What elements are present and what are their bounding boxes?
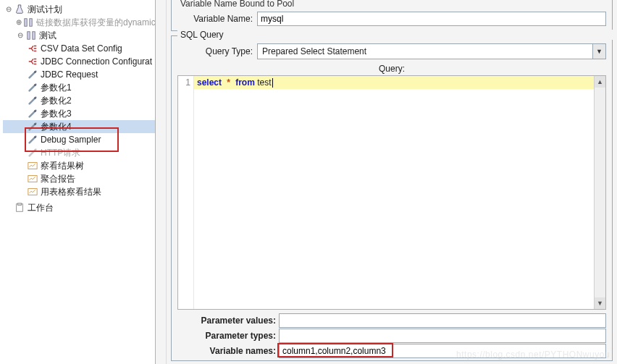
chevron-down-icon[interactable]: ▼ bbox=[592, 44, 605, 59]
svg-rect-13 bbox=[28, 189, 37, 195]
sampler-icon bbox=[28, 69, 38, 80]
tree-wrap: ⊖ 测试计划 ⊕ 链接数据库获得变量的dynamic ⊖ 测试 CSV Data… bbox=[3, 3, 155, 214]
sql-editor[interactable]: 1 select * from test ▲ ▼ bbox=[177, 75, 606, 310]
tree-workbench-label: 工作台 bbox=[28, 201, 54, 214]
tree-item-label: 用表格察看结果 bbox=[41, 185, 101, 198]
svg-point-10 bbox=[34, 149, 36, 151]
sampler-icon bbox=[28, 148, 38, 158]
code-op-star: * bbox=[227, 77, 230, 88]
tree-item-label: HTTP请求 bbox=[41, 146, 80, 159]
tree-item[interactable]: JDBC Connection Configurat bbox=[3, 55, 155, 68]
param-types-label: Parameter types: bbox=[177, 331, 279, 341]
toggle-icon[interactable]: ⊕ bbox=[16, 16, 22, 29]
tree-item[interactable]: ⊖ 测试 bbox=[3, 29, 155, 42]
svg-point-9 bbox=[34, 136, 36, 138]
var-names-input[interactable] bbox=[279, 344, 606, 358]
code-line-1: select * from test bbox=[194, 76, 594, 89]
svg-point-7 bbox=[34, 110, 36, 112]
tree-item[interactable]: ⊕ 链接数据库获得变量的dynamic bbox=[3, 16, 155, 29]
pool-fieldset: Variable Name Bound to Pool Variable Nam… bbox=[171, 0, 613, 31]
scroll-down-icon[interactable]: ▼ bbox=[595, 297, 605, 309]
param-values-input[interactable] bbox=[279, 313, 606, 328]
sampler-icon bbox=[28, 122, 38, 132]
param-types-input[interactable] bbox=[279, 329, 606, 343]
pool-name-input[interactable] bbox=[257, 12, 606, 26]
scroll-up-icon[interactable]: ▲ bbox=[595, 76, 605, 88]
tree-item-disabled[interactable]: HTTP请求 bbox=[3, 146, 155, 159]
caret-icon bbox=[272, 78, 273, 88]
config-icon bbox=[28, 56, 38, 67]
tree-workbench[interactable]: 工作台 bbox=[3, 201, 155, 214]
config-icon bbox=[28, 43, 38, 54]
tree-item[interactable]: 参数化3 bbox=[3, 107, 155, 120]
tree-root-label: 测试计划 bbox=[28, 3, 62, 16]
editor-scrollbar[interactable]: ▲ ▼ bbox=[594, 76, 605, 309]
svg-point-8 bbox=[34, 123, 36, 125]
sampler-icon bbox=[28, 96, 38, 106]
svg-rect-11 bbox=[28, 163, 37, 169]
var-names-label: Variable names: bbox=[177, 346, 279, 356]
listener-icon bbox=[28, 174, 38, 184]
tree-item-label: 测试 bbox=[39, 29, 56, 42]
svg-rect-2 bbox=[28, 32, 30, 40]
tree-item-label: 参数化1 bbox=[41, 81, 72, 94]
toggle-icon[interactable]: ⊖ bbox=[4, 3, 13, 16]
tree-item-label: 链接数据库获得变量的dynamic bbox=[36, 16, 156, 29]
tree-item-label: CSV Data Set Config bbox=[41, 42, 122, 55]
tree-item[interactable]: Debug Sampler bbox=[3, 133, 155, 146]
clipboard-icon bbox=[14, 203, 25, 213]
tree-item-label: 察看结果树 bbox=[41, 159, 84, 172]
svg-rect-12 bbox=[28, 176, 37, 182]
tree-item[interactable]: 察看结果树 bbox=[3, 159, 155, 172]
sql-query-fieldset: SQL Query Query Type: Prepared Select St… bbox=[171, 35, 613, 361]
tree-panel: ⊖ 测试计划 ⊕ 链接数据库获得变量的dynamic ⊖ 测试 CSV Data… bbox=[0, 0, 156, 364]
query-type-value: Prepared Select Statement bbox=[258, 46, 592, 56]
svg-rect-1 bbox=[30, 19, 33, 27]
sql-legend: SQL Query bbox=[177, 30, 617, 40]
tree-item[interactable]: 参数化1 bbox=[3, 81, 155, 94]
listener-icon bbox=[28, 161, 38, 171]
svg-rect-15 bbox=[17, 203, 21, 206]
query-type-dropdown[interactable]: Prepared Select Statement ▼ bbox=[257, 43, 606, 59]
tree-item-label: 参数化3 bbox=[41, 107, 72, 120]
query-type-label: Query Type: bbox=[177, 46, 257, 56]
vertical-scrollbar[interactable] bbox=[156, 0, 166, 364]
tree-item-label: 聚合报告 bbox=[41, 172, 75, 185]
svg-point-5 bbox=[34, 84, 36, 86]
editor-gutter: 1 bbox=[178, 76, 194, 309]
tree-item[interactable]: JDBC Request bbox=[3, 68, 155, 81]
tree-root[interactable]: ⊖ 测试计划 bbox=[3, 3, 155, 16]
svg-rect-0 bbox=[25, 19, 28, 27]
tree-item-selected[interactable]: 参数化4 bbox=[3, 120, 155, 133]
tree-item[interactable]: CSV Data Set Config bbox=[3, 42, 155, 55]
tree-item-label: 参数化2 bbox=[41, 94, 72, 107]
pool-name-label: Variable Name: bbox=[177, 14, 257, 24]
scroll-track[interactable] bbox=[595, 88, 605, 297]
tree-item[interactable]: 用表格察看结果 bbox=[3, 185, 155, 198]
code-text: test bbox=[255, 77, 272, 88]
sampler-icon bbox=[28, 82, 38, 93]
editor-code-area[interactable]: select * from test bbox=[194, 76, 594, 309]
tree-item-label: JDBC Connection Configurat bbox=[41, 55, 152, 68]
svg-point-4 bbox=[34, 71, 36, 73]
sampler-icon bbox=[28, 135, 38, 145]
tree-item[interactable]: 参数化2 bbox=[3, 94, 155, 107]
app-root: ⊖ 测试计划 ⊕ 链接数据库获得变量的dynamic ⊖ 测试 CSV Data… bbox=[0, 0, 617, 364]
gutter-line-1: 1 bbox=[178, 77, 190, 88]
toggle-icon[interactable]: ⊖ bbox=[16, 29, 25, 42]
tree-item[interactable]: 聚合报告 bbox=[3, 172, 155, 185]
sampler-icon bbox=[28, 109, 38, 119]
query-editor-label: Query: bbox=[172, 64, 612, 74]
pool-legend: Variable Name Bound to Pool bbox=[177, 0, 297, 9]
threads-icon bbox=[23, 17, 33, 27]
tree-item-label: Debug Sampler bbox=[41, 133, 101, 146]
bottom-fields: Parameter values: Parameter types: Varia… bbox=[172, 310, 612, 360]
param-values-label: Parameter values: bbox=[177, 316, 279, 326]
code-kw-select: select bbox=[197, 77, 222, 88]
threads-icon bbox=[26, 30, 36, 41]
tree-item-label: 参数化4 bbox=[41, 120, 72, 133]
listener-icon bbox=[28, 187, 38, 197]
right-main: Variable Name Bound to Pool Variable Nam… bbox=[167, 0, 617, 364]
code-kw-from: from bbox=[235, 77, 255, 88]
flask-icon bbox=[14, 4, 25, 14]
